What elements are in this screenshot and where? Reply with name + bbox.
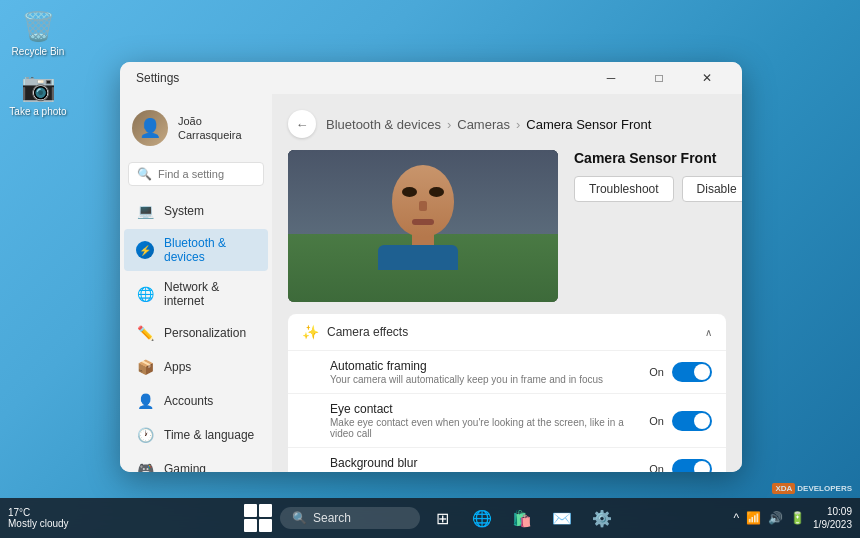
titlebar: Settings ─ □ ✕ [120,62,742,94]
sidebar-item-label: Network & internet [164,280,256,308]
weather-info[interactable]: 17°C Mostly cloudy [8,507,69,529]
sidebar-item-label: Gaming [164,462,206,472]
sidebar-item-personalization[interactable]: ✏️ Personalization [124,317,268,349]
troubleshoot-button[interactable]: Troubleshoot [574,176,674,202]
background-blur-toggle[interactable] [672,459,712,472]
mail-button[interactable]: ✉️ [544,500,580,536]
auto-framing-row: Automatic framing Your camera will autom… [288,350,726,393]
camera-effects-title: Camera effects [327,325,408,339]
sidebar-item-label: Apps [164,360,191,374]
settings-window: Settings ─ □ ✕ 👤 João Carrasqueira 🔍 � [120,62,742,472]
windows-logo [244,504,272,532]
volume-tray-icon[interactable]: 🔊 [766,509,785,527]
edge-button[interactable]: 🌐 [464,500,500,536]
eye-contact-row: Eye contact Make eye contact even when y… [288,393,726,447]
breadcrumb-part1[interactable]: Bluetooth & devices [326,117,441,132]
system-icon: 💻 [136,202,154,220]
window-title: Settings [136,71,179,85]
camera-section: Camera Sensor Front Troubleshoot Disable [288,150,726,302]
maximize-button[interactable]: □ [636,62,682,94]
store-button[interactable]: 🛍️ [504,500,540,536]
search-button[interactable]: 🔍 Search [280,507,420,529]
taskbar: 17°C Mostly cloudy 🔍 Search ⊞ 🌐 🛍️ ✉️ ⚙️… [0,498,860,538]
camera-name: Camera Sensor Front [574,150,742,166]
xda-text: DEVELOPERS [797,484,852,493]
breadcrumb-sep2: › [516,117,520,132]
settings-body: 👤 João Carrasqueira 🔍 💻 System ⚡ Bluetoo… [120,94,742,472]
close-button[interactable]: ✕ [684,62,730,94]
auto-framing-desc: Your camera will automatically keep you … [330,374,649,385]
sidebar-item-network[interactable]: 🌐 Network & internet [124,273,268,315]
sidebar-item-bluetooth[interactable]: ⚡ Bluetooth & devices [124,229,268,271]
breadcrumb-sep1: › [447,117,451,132]
task-view-button[interactable]: ⊞ [424,500,460,536]
sidebar: 👤 João Carrasqueira 🔍 💻 System ⚡ Bluetoo… [120,94,272,472]
camera-info: Camera Sensor Front Troubleshoot Disable [574,150,742,302]
sidebar-item-label: Accounts [164,394,213,408]
sidebar-item-apps[interactable]: 📦 Apps [124,351,268,383]
auto-framing-toggle[interactable] [672,362,712,382]
taskbar-center: 🔍 Search ⊞ 🌐 🛍️ ✉️ ⚙️ [240,500,620,536]
accounts-icon: 👤 [136,392,154,410]
time-icon: 🕐 [136,426,154,444]
taskbar-clock[interactable]: 10:09 1/9/2023 [813,505,852,531]
search-label: Search [313,511,351,525]
start-button[interactable] [240,500,276,536]
desktop: 🗑️ Recycle Bin 📷 Take a photo Settings ─… [0,0,860,538]
auto-framing-state-label: On [649,366,664,378]
user-info[interactable]: 👤 João Carrasqueira [120,102,272,158]
apps-icon: 📦 [136,358,154,376]
sidebar-item-system[interactable]: 💻 System [124,195,268,227]
background-blur-row: Background blur Apply a heavy blur to ob… [288,447,726,472]
background-blur-state-label: On [649,463,664,472]
taskbar-date-display: 1/9/2023 [813,518,852,531]
minimize-button[interactable]: ─ [588,62,634,94]
recycle-bin-icon[interactable]: 🗑️ Recycle Bin [8,8,68,58]
personalization-icon: ✏️ [136,324,154,342]
weather-temp: 17°C [8,507,30,518]
taskbar-time-display: 10:09 [827,505,852,518]
bluetooth-icon: ⚡ [136,241,154,259]
breadcrumb: ← Bluetooth & devices › Cameras › Camera… [288,110,726,138]
sidebar-item-label: Time & language [164,428,254,442]
avatar: 👤 [132,110,168,146]
search-setting[interactable]: 🔍 [128,162,264,186]
eye-contact-desc: Make eye contact even when you're lookin… [330,417,649,439]
sidebar-item-time[interactable]: 🕐 Time & language [124,419,268,451]
search-icon: 🔍 [137,167,152,181]
sidebar-item-accounts[interactable]: 👤 Accounts [124,385,268,417]
network-tray-icon[interactable]: 📶 [744,509,763,527]
battery-tray-icon[interactable]: 🔋 [788,509,807,527]
sidebar-item-gaming[interactable]: 🎮 Gaming [124,453,268,472]
disable-button[interactable]: Disable [682,176,742,202]
network-icon: 🌐 [136,285,154,303]
eye-contact-toggle[interactable] [672,411,712,431]
camera-buttons: Troubleshoot Disable [574,176,742,202]
camera-effects-icon: ✨ [302,324,319,340]
sidebar-item-label: Personalization [164,326,246,340]
breadcrumb-part3: Camera Sensor Front [526,117,651,132]
auto-framing-title: Automatic framing [330,359,649,373]
taskbar-left: 17°C Mostly cloudy [8,507,69,529]
back-button[interactable]: ← [288,110,316,138]
camera-preview [288,150,558,302]
search-input[interactable] [158,168,255,180]
take-photo-icon[interactable]: 📷 Take a photo [8,68,68,118]
eye-contact-title: Eye contact [330,402,649,416]
tray-chevron[interactable]: ^ [731,509,741,527]
window-controls: ─ □ ✕ [588,62,730,94]
user-name: João Carrasqueira [178,114,260,143]
search-icon: 🔍 [292,511,307,525]
breadcrumb-part2[interactable]: Cameras [457,117,510,132]
sidebar-item-label: System [164,204,204,218]
main-content: ← Bluetooth & devices › Cameras › Camera… [272,94,742,472]
sidebar-item-label: Bluetooth & devices [164,236,256,264]
settings-taskbar-button[interactable]: ⚙️ [584,500,620,536]
camera-effects-header[interactable]: ✨ Camera effects ∧ [288,314,726,350]
taskbar-right: ^ 📶 🔊 🔋 10:09 1/9/2023 [731,505,852,531]
background-blur-desc: Apply a heavy blur to obscure background… [330,471,649,472]
chevron-up-icon: ∧ [705,327,712,338]
weather-condition: Mostly cloudy [8,518,69,529]
eye-contact-state-label: On [649,415,664,427]
xda-watermark: XDA DEVELOPERS [772,483,852,494]
